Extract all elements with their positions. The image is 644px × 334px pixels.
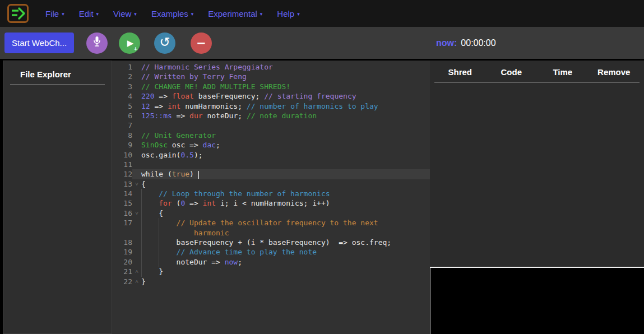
fold-up-icon[interactable]: ˄	[132, 267, 141, 276]
code-line[interactable]: 10osc.gain(0.5);	[112, 150, 430, 160]
minus-icon: −	[196, 36, 206, 50]
menu-edit[interactable]: Edit▾	[72, 9, 106, 18]
remove-shred-button[interactable]: −	[191, 33, 212, 54]
code-line[interactable]: 1// Harmonic Series Arpeggiator	[112, 62, 430, 72]
menu-view[interactable]: View▾	[106, 9, 144, 18]
code-line[interactable]: 16˅{	[112, 208, 430, 218]
mic-button[interactable]	[86, 33, 108, 54]
line-number: 1	[112, 62, 132, 72]
line-number: 21	[112, 267, 132, 276]
now-label: now:	[436, 38, 457, 48]
code-text: for (0 => int i; i < numHarmonics; i++)	[141, 198, 430, 208]
menu-help[interactable]: Help▾	[270, 9, 307, 18]
caret-down-icon: ▾	[96, 10, 99, 17]
indent-guide	[159, 228, 159, 238]
fold-gutter	[132, 189, 141, 198]
code-line[interactable]: 8// Unit Generator	[112, 131, 430, 140]
code-line[interactable]: 14// Loop through the number of harmonic…	[112, 189, 430, 198]
fold-gutter	[132, 120, 141, 130]
menu-label: View	[113, 9, 131, 18]
code-line[interactable]: 19// Advance time to play the note	[112, 247, 430, 257]
code-text: 12 => int numHarmonics; // number of har…	[141, 101, 430, 111]
text-cursor	[198, 171, 200, 179]
fold-gutter	[132, 160, 141, 169]
code-line[interactable]: 512 => int numHarmonics; // number of ha…	[112, 101, 430, 111]
toolbar: Start WebCh... ▶ + ↺ − now: 00:00:00	[0, 27, 644, 59]
code-text: while (true)	[141, 169, 430, 179]
code-line[interactable]: 20noteDur => now;	[112, 257, 430, 267]
code-text: SinOsc osc => dac;	[141, 140, 430, 150]
fold-gutter	[132, 198, 141, 208]
caret-down-icon: ▾	[62, 10, 64, 17]
navbar: File▾Edit▾View▾Examples▾Experimental▾Hel…	[0, 0, 644, 27]
fold-gutter	[132, 257, 141, 267]
line-number: 14	[112, 189, 132, 198]
revert-icon: ↺	[159, 36, 170, 49]
code-line[interactable]: 11	[112, 160, 430, 169]
indent-guide	[141, 247, 142, 257]
fold-gutter	[132, 238, 141, 247]
code-line[interactable]: 22˄}	[112, 277, 430, 286]
line-number: 15	[112, 198, 132, 208]
line-number: 11	[112, 160, 132, 169]
code-text: noteDur => now;	[141, 257, 430, 267]
divider	[10, 85, 105, 85]
code-line[interactable]: 2// Written by Terry Feng	[112, 72, 430, 81]
code-line[interactable]: 18baseFrequency + (i * baseFrequency) =>…	[112, 238, 430, 247]
fold-gutter	[132, 218, 141, 228]
code-text: }	[141, 267, 430, 276]
code-text	[141, 120, 430, 130]
line-number: 8	[112, 131, 132, 140]
code-line[interactable]: 15for (0 => int i; i < numHarmonics; i++…	[112, 198, 430, 208]
vm-time-display: now: 00:00:00	[430, 38, 644, 48]
caret-down-icon: ▾	[260, 10, 263, 17]
microphone-icon	[91, 35, 103, 50]
indent-guide	[141, 208, 142, 218]
start-webchuck-button[interactable]: Start WebCh...	[4, 33, 74, 53]
code-line[interactable]: 3// CHANGE ME! ADD MULTIPLE SHREDS!	[112, 82, 430, 91]
code-line[interactable]: 9SinOsc osc => dac;	[112, 140, 430, 150]
shred-table-column-shred: Shred	[434, 67, 486, 77]
code-line[interactable]: 17// Update the oscillator frequency to …	[112, 218, 430, 228]
revert-button[interactable]: ↺	[154, 33, 175, 54]
shred-table-header: ShredCodeTimeRemove	[434, 67, 640, 82]
code-text: osc.gain(0.5);	[141, 150, 430, 160]
code-line[interactable]: 4220 => float baseFrequency; // starting…	[112, 91, 430, 101]
menu-examples[interactable]: Examples▾	[144, 9, 201, 18]
code-text: // CHANGE ME! ADD MULTIPLE SHREDS!	[141, 82, 430, 91]
code-line[interactable]: harmonic	[112, 228, 430, 238]
code-text: {	[141, 208, 430, 218]
fold-down-icon[interactable]: ˅	[132, 208, 141, 218]
code-editor[interactable]: 1// Harmonic Series Arpeggiator2// Writt…	[112, 61, 430, 334]
indent-guide	[141, 189, 142, 198]
code-line[interactable]: 21˄}	[112, 267, 430, 276]
menu-experimental[interactable]: Experimental▾	[201, 9, 270, 18]
right-panel: ShredCodeTimeRemove	[430, 61, 644, 334]
code-text: }	[141, 277, 430, 286]
code-line[interactable]: 7	[112, 120, 430, 130]
line-number: 20	[112, 257, 132, 267]
line-number: 6	[112, 111, 132, 120]
shred-table: ShredCodeTimeRemove	[430, 61, 644, 268]
menu-label: Experimental	[208, 9, 257, 18]
vm-time-value: 00:00:00	[461, 38, 495, 48]
line-number: 19	[112, 247, 132, 257]
play-add-shred-button[interactable]: ▶ +	[119, 33, 140, 54]
code-text: // Unit Generator	[141, 131, 430, 140]
shred-table-column-code: Code	[486, 67, 538, 77]
line-number: 5	[112, 101, 132, 111]
caret-down-icon: ▾	[134, 10, 137, 17]
shred-table-column-remove: Remove	[589, 67, 640, 77]
code-text: // Advance time to play the note	[141, 247, 430, 257]
code-line[interactable]: 12while (true)	[112, 169, 430, 179]
fold-down-icon[interactable]: ˅	[132, 179, 141, 189]
plus-icon: +	[134, 45, 137, 52]
code-line[interactable]: 6125::ms => dur noteDur; // note duratio…	[112, 111, 430, 120]
code-text: 220 => float baseFrequency; // starting …	[141, 91, 430, 101]
menu-label: File	[45, 9, 59, 18]
code-line[interactable]: 13˅{	[112, 179, 430, 189]
menu-file[interactable]: File▾	[38, 9, 72, 18]
fold-gutter	[132, 91, 141, 101]
fold-up-icon[interactable]: ˄	[132, 277, 141, 286]
code-text: {	[141, 179, 430, 189]
